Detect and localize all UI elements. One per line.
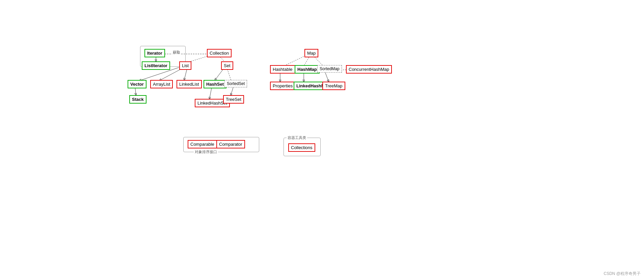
node-treeset: TreeSet — [223, 95, 244, 104]
node-list: List — [179, 61, 191, 70]
node-sortedset: SortedSet — [224, 80, 247, 87]
node-collections: Collections — [288, 143, 315, 152]
arrows-svg — [0, 0, 644, 280]
node-stack: Stack — [129, 95, 146, 104]
node-hashmap: HashMap — [295, 65, 320, 74]
node-iterator: Iterator — [144, 49, 165, 57]
svg-line-12 — [284, 56, 305, 66]
node-comparable: Comparable — [188, 140, 217, 148]
node-comparator: Comparator — [216, 140, 245, 148]
node-properties: Properties — [270, 82, 295, 90]
node-hashset: HashSet — [204, 80, 226, 88]
svg-line-18 — [325, 71, 329, 83]
arrow-label-get: 获取 — [172, 50, 181, 55]
node-treemap: TreeMap — [322, 82, 345, 90]
node-concurrenthashmap: ConcurrentHashMap — [346, 65, 392, 74]
svg-line-10 — [231, 86, 234, 96]
node-vector: Vector — [128, 80, 146, 88]
node-hashtable: Hashtable — [270, 65, 295, 74]
node-map: Map — [304, 49, 318, 57]
node-set: Set — [221, 61, 233, 70]
node-collection: Collection — [207, 49, 232, 57]
group-tools-label: 容器工具类 — [287, 135, 307, 140]
diagram-container: 迭代器 对象排序接口 容器工具类 获取 Collection Iterator … — [0, 0, 644, 280]
node-listiterator: ListIterator — [142, 61, 170, 70]
node-sortedmap: SortedMap — [317, 65, 342, 73]
watermark: CSDN @程序奇男子 — [603, 271, 641, 277]
node-linkedlist: LinkedList — [177, 80, 202, 88]
node-arraylist: ArrayList — [150, 80, 173, 88]
group-sorting-label: 对象排序接口 — [194, 149, 218, 155]
